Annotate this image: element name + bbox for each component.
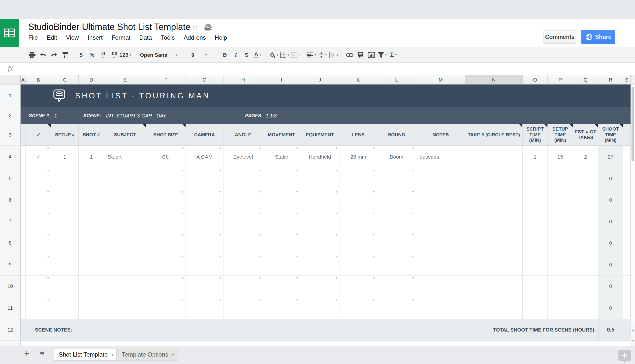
cell-D8[interactable]	[79, 232, 104, 254]
cell-C6[interactable]	[51, 189, 79, 211]
vertical-scrollbar[interactable]: ▲ ▼	[630, 84, 635, 346]
column-header-E[interactable]: E	[104, 75, 146, 84]
cell-R4[interactable]: 27	[598, 146, 623, 168]
cell-P8[interactable]	[548, 232, 573, 254]
cell-dropdown-icon[interactable]: ▼	[47, 212, 50, 215]
cell-F4[interactable]: CU▼	[146, 146, 186, 168]
cell-M8[interactable]	[416, 232, 465, 254]
cell-O11[interactable]	[523, 297, 548, 319]
cell-dropdown-icon[interactable]: ▼	[181, 190, 184, 193]
cell-I3[interactable]: MOVEMENT	[263, 124, 300, 146]
cell-C3[interactable]: SETUP #	[51, 124, 79, 146]
cell-F11[interactable]: ▼	[146, 297, 186, 319]
cell-C4[interactable]: 1	[51, 146, 79, 168]
functions-button[interactable]: Σ▾	[388, 49, 399, 61]
cell-dropdown-icon[interactable]: ▼	[47, 255, 50, 258]
cell-dropdown-icon[interactable]: ▼	[412, 212, 415, 215]
cell-F7[interactable]: ▼	[146, 211, 186, 232]
cell-dropdown-icon[interactable]: ▼	[412, 233, 415, 236]
column-header-P[interactable]: P	[548, 75, 573, 84]
cell-L10[interactable]: ▼	[377, 276, 416, 297]
formula-bar[interactable]: fx	[0, 63, 635, 76]
cell-O3[interactable]: SCRIPT TIME (MIN)	[523, 124, 548, 146]
cell-I8[interactable]: ▼	[263, 232, 300, 254]
cell-E7[interactable]	[104, 211, 146, 232]
column-header-J[interactable]: J	[300, 75, 340, 84]
cell-Q6[interactable]	[573, 189, 598, 211]
menu-format[interactable]: Format	[112, 34, 130, 41]
cell-L5[interactable]: ▼	[377, 168, 416, 189]
cell-Q9[interactable]	[573, 254, 598, 276]
cell-J5[interactable]: ▼	[300, 168, 340, 189]
cell-A11[interactable]	[21, 297, 26, 319]
cell-Q7[interactable]	[573, 211, 598, 232]
cell-B7[interactable]: ▼	[26, 211, 51, 232]
cell-D4[interactable]: 1	[79, 146, 104, 168]
cell-G6[interactable]: ▼	[186, 189, 223, 211]
cell-Q8[interactable]	[573, 232, 598, 254]
cell-dropdown-icon[interactable]: ▼	[412, 169, 415, 172]
cell-B4[interactable]: ✓▼	[26, 146, 51, 168]
add-sheet-button[interactable]: +	[21, 348, 33, 360]
cell-Q4[interactable]: 2	[573, 146, 598, 168]
cell-J10[interactable]: ▼	[300, 276, 340, 297]
cell-dropdown-icon[interactable]: ▼	[258, 212, 261, 215]
text-color-button[interactable]: A▾	[252, 49, 263, 61]
cell-Q10[interactable]	[573, 276, 598, 297]
menu-help[interactable]: Help	[215, 34, 227, 41]
cell-S4[interactable]	[623, 146, 630, 168]
scene-notes-row[interactable]: SCENE NOTES:TOTAL SHOOT TIME FOR SCENE (…	[21, 319, 630, 341]
cell-C11[interactable]	[51, 297, 79, 319]
cell-dropdown-icon[interactable]: ▼	[219, 233, 222, 236]
cell-A3[interactable]	[21, 124, 26, 146]
cell-dropdown-icon[interactable]: ▼	[372, 276, 375, 280]
cell-dropdown-icon[interactable]: ▼	[258, 298, 261, 301]
cell-R6[interactable]: 0	[598, 189, 623, 211]
cell-N11[interactable]	[465, 297, 523, 319]
cell-dropdown-icon[interactable]: ▼	[335, 169, 338, 172]
cell-K8[interactable]: ▼	[340, 232, 377, 254]
cell-O4[interactable]: 1	[523, 146, 548, 168]
cell-P7[interactable]	[548, 211, 573, 232]
cell-M10[interactable]	[416, 276, 465, 297]
cell-D11[interactable]	[79, 297, 104, 319]
menu-file[interactable]: File	[28, 34, 38, 41]
cell-E8[interactable]	[104, 232, 146, 254]
row-header-6[interactable]: 6	[0, 189, 21, 211]
cell-dropdown-icon[interactable]: ▼	[412, 298, 415, 301]
window-minimize-button[interactable]	[23, 6, 29, 13]
cell-dropdown-icon[interactable]: ▼	[181, 298, 184, 301]
cell-dropdown-icon[interactable]: ▼	[219, 190, 222, 193]
cell-dropdown-icon[interactable]: ▼	[47, 276, 50, 280]
cell-D10[interactable]	[79, 276, 104, 297]
cell-M3[interactable]: NOTES	[416, 124, 465, 146]
cell-E4[interactable]: Stuart	[104, 146, 146, 168]
menu-insert[interactable]: Insert	[88, 34, 103, 41]
column-header-G[interactable]: G	[186, 75, 223, 84]
cell-O6[interactable]	[523, 189, 548, 211]
bold-button[interactable]: B	[219, 49, 230, 61]
cell-dropdown-icon[interactable]: ▼	[181, 169, 184, 172]
cell-dropdown-icon[interactable]: ▼	[335, 298, 338, 301]
row-header-1[interactable]: 1	[0, 84, 21, 107]
font-size-select[interactable]: 9▾	[186, 49, 214, 61]
cell-E3[interactable]: SUBJECT	[104, 124, 146, 146]
tab-dropdown-icon[interactable]: ▾	[172, 352, 174, 356]
cell-O8[interactable]	[523, 232, 548, 254]
cell-L8[interactable]: ▼	[377, 232, 416, 254]
insert-link-icon[interactable]	[344, 49, 355, 61]
cell-dropdown-icon[interactable]: ▼	[219, 169, 222, 172]
cell-B3[interactable]: ✓	[26, 124, 51, 146]
cell-L6[interactable]: ▼	[377, 189, 416, 211]
cell-M6[interactable]	[416, 189, 465, 211]
column-header-H[interactable]: H	[223, 75, 263, 84]
column-header-C[interactable]: C	[51, 75, 79, 84]
partial-row[interactable]	[21, 341, 630, 346]
sheet-title-cell[interactable]: SHOT LIST · TOURING MAN	[21, 84, 630, 107]
cell-R5[interactable]: 0	[598, 168, 623, 189]
cell-M4[interactable]: ddssdds	[416, 146, 465, 168]
insert-comment-icon[interactable]	[355, 49, 366, 61]
format-currency-button[interactable]: $	[76, 49, 87, 61]
column-header-L[interactable]: L	[377, 75, 416, 84]
cell-H10[interactable]: ▼	[223, 276, 263, 297]
